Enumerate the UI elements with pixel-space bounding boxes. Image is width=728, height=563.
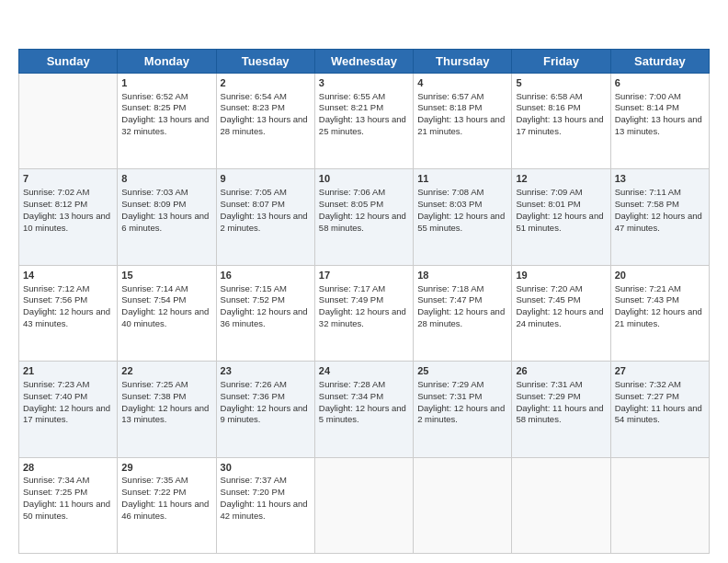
header <box>18 17 710 41</box>
sunrise-text: Sunrise: 7:32 AM <box>615 379 681 389</box>
calendar-cell: 30Sunrise: 7:37 AMSunset: 7:20 PMDayligh… <box>216 457 314 553</box>
day-number: 28 <box>23 461 113 475</box>
sunrise-text: Sunrise: 7:28 AM <box>319 379 385 389</box>
calendar-day-header: Friday <box>512 49 610 73</box>
daylight-text: Daylight: 13 hours and 13 minutes. <box>615 114 702 136</box>
calendar-day-header: Monday <box>118 49 216 73</box>
sunrise-text: Sunrise: 7:25 AM <box>121 379 188 389</box>
sunset-text: Sunset: 7:25 PM <box>23 487 87 497</box>
day-number: 3 <box>319 76 409 90</box>
daylight-text: Daylight: 13 hours and 6 minutes. <box>121 211 209 233</box>
day-number: 30 <box>221 461 311 475</box>
sunrise-text: Sunrise: 7:18 AM <box>417 283 483 293</box>
day-number: 22 <box>121 364 211 378</box>
sunrise-text: Sunrise: 7:37 AM <box>221 475 287 485</box>
sunrise-text: Sunrise: 7:31 AM <box>516 379 582 389</box>
sunrise-text: Sunrise: 6:55 AM <box>319 91 385 101</box>
calendar-cell <box>610 457 709 553</box>
daylight-text: Daylight: 13 hours and 17 minutes. <box>516 114 603 136</box>
day-number: 16 <box>221 269 311 282</box>
calendar-cell: 29Sunrise: 7:35 AMSunset: 7:22 PMDayligh… <box>118 457 216 553</box>
sunset-text: Sunset: 7:27 PM <box>615 391 679 401</box>
daylight-text: Daylight: 13 hours and 32 minutes. <box>121 114 209 136</box>
calendar-cell: 3Sunrise: 6:55 AMSunset: 8:21 PMDaylight… <box>314 73 413 168</box>
calendar-cell: 21Sunrise: 7:23 AMSunset: 7:40 PMDayligh… <box>19 362 118 457</box>
daylight-text: Daylight: 11 hours and 42 minutes. <box>221 499 308 521</box>
day-number: 29 <box>121 461 211 475</box>
day-number: 6 <box>615 76 705 90</box>
sunrise-text: Sunrise: 7:08 AM <box>417 187 483 197</box>
calendar-cell <box>414 457 512 553</box>
daylight-text: Daylight: 12 hours and 17 minutes. <box>23 403 110 425</box>
sunrise-text: Sunrise: 6:58 AM <box>516 91 582 101</box>
calendar-cell: 12Sunrise: 7:09 AMSunset: 8:01 PMDayligh… <box>512 169 610 265</box>
sunrise-text: Sunrise: 7:00 AM <box>615 91 681 101</box>
calendar-cell: 9Sunrise: 7:05 AMSunset: 8:07 PMDaylight… <box>216 169 314 265</box>
sunrise-text: Sunrise: 7:34 AM <box>23 475 89 485</box>
day-number: 14 <box>23 269 113 282</box>
daylight-text: Daylight: 13 hours and 25 minutes. <box>319 114 406 136</box>
sunset-text: Sunset: 7:40 PM <box>23 391 87 401</box>
sunrise-text: Sunrise: 7:17 AM <box>319 283 385 293</box>
calendar-cell: 26Sunrise: 7:31 AMSunset: 7:29 PMDayligh… <box>512 362 610 457</box>
calendar-day-header: Thursday <box>414 49 512 73</box>
day-number: 17 <box>319 269 409 282</box>
calendar-cell: 14Sunrise: 7:12 AMSunset: 7:56 PMDayligh… <box>19 265 118 361</box>
calendar-cell: 6Sunrise: 7:00 AMSunset: 8:14 PMDaylight… <box>610 73 709 168</box>
sunrise-text: Sunrise: 7:06 AM <box>319 187 385 197</box>
sunset-text: Sunset: 8:05 PM <box>319 199 383 209</box>
day-number: 7 <box>23 172 113 186</box>
calendar-cell: 24Sunrise: 7:28 AMSunset: 7:34 PMDayligh… <box>314 362 413 457</box>
calendar-day-header: Sunday <box>19 49 118 73</box>
day-number: 8 <box>121 172 211 186</box>
calendar-cell: 17Sunrise: 7:17 AMSunset: 7:49 PMDayligh… <box>314 265 413 361</box>
sunset-text: Sunset: 8:07 PM <box>221 199 285 209</box>
calendar-cell: 1Sunrise: 6:52 AMSunset: 8:25 PMDaylight… <box>118 73 216 168</box>
day-number: 9 <box>221 172 311 186</box>
calendar-cell: 4Sunrise: 6:57 AMSunset: 8:18 PMDaylight… <box>414 73 512 168</box>
calendar-table: SundayMondayTuesdayWednesdayThursdayFrid… <box>18 49 710 554</box>
day-number: 26 <box>516 364 606 378</box>
sunset-text: Sunset: 8:03 PM <box>417 199 482 209</box>
sunrise-text: Sunrise: 7:29 AM <box>417 379 483 389</box>
daylight-text: Daylight: 12 hours and 21 minutes. <box>615 306 702 328</box>
day-number: 27 <box>615 364 705 378</box>
sunrise-text: Sunrise: 7:14 AM <box>121 283 188 293</box>
daylight-text: Daylight: 12 hours and 40 minutes. <box>121 306 209 328</box>
sunrise-text: Sunrise: 6:57 AM <box>417 91 483 101</box>
day-number: 25 <box>417 364 507 378</box>
calendar-cell: 15Sunrise: 7:14 AMSunset: 7:54 PMDayligh… <box>118 265 216 361</box>
sunrise-text: Sunrise: 7:09 AM <box>516 187 582 197</box>
daylight-text: Daylight: 13 hours and 10 minutes. <box>23 211 110 233</box>
sunrise-text: Sunrise: 7:20 AM <box>516 283 582 293</box>
calendar-cell: 8Sunrise: 7:03 AMSunset: 8:09 PMDaylight… <box>118 169 216 265</box>
day-number: 5 <box>516 76 606 90</box>
day-number: 11 <box>417 172 507 186</box>
sunrise-text: Sunrise: 7:12 AM <box>23 283 89 293</box>
day-number: 1 <box>121 76 211 90</box>
sunrise-text: Sunrise: 7:21 AM <box>615 283 681 293</box>
sunset-text: Sunset: 8:09 PM <box>121 199 186 209</box>
calendar-cell <box>314 457 413 553</box>
sunset-text: Sunset: 7:22 PM <box>121 487 186 497</box>
svg-marker-0 <box>24 18 37 35</box>
calendar-cell <box>19 73 118 168</box>
day-number: 15 <box>121 269 211 282</box>
calendar-cell: 20Sunrise: 7:21 AMSunset: 7:43 PMDayligh… <box>610 265 709 361</box>
calendar-cell: 25Sunrise: 7:29 AMSunset: 7:31 PMDayligh… <box>414 362 512 457</box>
daylight-text: Daylight: 11 hours and 46 minutes. <box>121 499 209 521</box>
daylight-text: Daylight: 12 hours and 47 minutes. <box>615 211 702 233</box>
sunset-text: Sunset: 7:34 PM <box>319 391 383 401</box>
daylight-text: Daylight: 12 hours and 58 minutes. <box>319 211 406 233</box>
sunset-text: Sunset: 8:21 PM <box>319 102 383 112</box>
sunrise-text: Sunrise: 7:23 AM <box>23 379 89 389</box>
calendar-week-row: 7Sunrise: 7:02 AMSunset: 8:12 PMDaylight… <box>19 169 710 265</box>
sunrise-text: Sunrise: 7:03 AM <box>121 187 188 197</box>
day-number: 12 <box>516 172 606 186</box>
daylight-text: Daylight: 12 hours and 43 minutes. <box>23 306 110 328</box>
sunset-text: Sunset: 7:47 PM <box>417 294 482 304</box>
daylight-text: Daylight: 13 hours and 28 minutes. <box>221 114 308 136</box>
calendar-cell: 22Sunrise: 7:25 AMSunset: 7:38 PMDayligh… <box>118 362 216 457</box>
sunset-text: Sunset: 8:01 PM <box>516 199 580 209</box>
day-number: 19 <box>516 269 606 282</box>
